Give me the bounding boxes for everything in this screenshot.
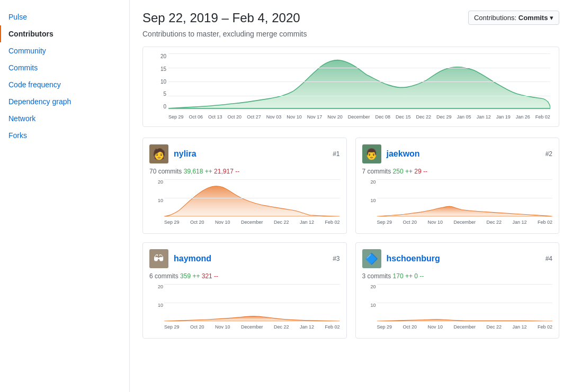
sidebar-item-community[interactable]: Community [0, 42, 129, 59]
chart-wrapper: 20 15 10 5 0 [151, 53, 550, 122]
sidebar-item-code-frequency[interactable]: Code frequency [0, 76, 129, 93]
contributor-stats: 7 commits 250 ++ 29 -- [362, 168, 553, 175]
contributor-rank: #2 [546, 150, 552, 158]
contributors-grid: 🧑 nylira #1 70 commits 39,618 ++ 21,917 … [142, 138, 559, 339]
contributor-rank: #1 [333, 150, 339, 158]
contributor-name[interactable]: haymond [174, 254, 211, 263]
stat-additions: 359 ++ [180, 272, 200, 280]
mini-chart-y: 20 10 [362, 284, 376, 321]
commit-count: 70 commits [149, 168, 182, 175]
overall-chart: 20 15 10 5 0 [142, 47, 559, 127]
sidebar-item-dependency-graph[interactable]: Dependency graph [0, 93, 129, 110]
stat-deletions: 0 -- [414, 272, 424, 280]
mini-chart-x: Sep 29Oct 20Nov 10DecemberDec 22Jan 12Fe… [164, 322, 340, 332]
commit-count: 3 commits [362, 272, 391, 280]
dropdown-value: Commits [519, 14, 548, 22]
stat-deletions: 321 -- [202, 272, 218, 280]
contributor-info: 🧑 nylira [149, 144, 196, 163]
commit-count: 7 commits [362, 168, 391, 175]
main-chart-area [168, 53, 550, 110]
mini-chart-3: 20 10 Sep 29O [149, 284, 340, 332]
sidebar-item-contributors[interactable]: Contributors [0, 25, 129, 42]
contributor-rank: #3 [333, 255, 339, 262]
mini-chart-y: 20 10 [149, 179, 163, 216]
main-content: Sep 22, 2019 – Feb 4, 2020 Contributions… [130, 0, 572, 392]
avatar: 🔷 [362, 249, 381, 268]
contributor-card-3: 🕶 haymond #3 6 commits 359 ++ 321 -- 20 … [142, 242, 347, 339]
sidebar-item-forks[interactable]: Forks [0, 127, 129, 144]
chart-x-labels: Sep 29 Oct 06 Oct 13 Oct 20 Oct 27 Nov 0… [168, 112, 550, 122]
stat-deletions: 21,917 -- [214, 168, 239, 175]
mini-chart-area [377, 179, 553, 216]
subtitle: Contributions to master, excluding merge… [142, 30, 559, 38]
contributor-card-2: 👨 jaekwon #2 7 commits 250 ++ 29 -- 20 1… [355, 138, 560, 234]
contributor-info: 🕶 haymond [149, 249, 211, 268]
contributor-card-1: 🧑 nylira #1 70 commits 39,618 ++ 21,917 … [142, 138, 347, 234]
contributor-info: 👨 jaekwon [362, 144, 420, 163]
date-range: Sep 22, 2019 – Feb 4, 2020 [142, 11, 300, 25]
mini-chart-x: Sep 29Oct 20Nov 10DecemberDec 22Jan 12Fe… [164, 217, 340, 227]
contributor-stats: 70 commits 39,618 ++ 21,917 -- [149, 168, 340, 175]
mini-chart-1: 20 10 Sep 29O [149, 179, 340, 227]
contributor-stats: 6 commits 359 ++ 321 -- [149, 272, 340, 280]
mini-chart-area [164, 179, 340, 216]
sidebar-item-network[interactable]: Network [0, 110, 129, 127]
contributor-name[interactable]: hschoenburg [387, 254, 440, 263]
contributor-header: 👨 jaekwon #2 [362, 144, 553, 163]
commit-count: 6 commits [149, 272, 178, 280]
contributor-rank: #4 [546, 255, 552, 262]
chart-y-labels: 20 15 10 5 0 [151, 53, 166, 110]
avatar: 🕶 [149, 249, 168, 268]
stat-additions: 39,618 ++ [184, 168, 212, 175]
sidebar-item-commits[interactable]: Commits [0, 59, 129, 76]
mini-chart-4: 20 10 Sep 29O [362, 284, 553, 332]
mini-chart-area [377, 284, 553, 321]
main-header: Sep 22, 2019 – Feb 4, 2020 Contributions… [142, 11, 559, 25]
stat-additions: 170 ++ [393, 272, 413, 280]
stat-deletions: 29 -- [414, 168, 427, 175]
contributor-name[interactable]: jaekwon [387, 149, 420, 159]
avatar: 🧑 [149, 144, 168, 163]
mini-chart-area [164, 284, 340, 321]
stat-additions: 250 ++ [393, 168, 413, 175]
sidebar: PulseContributorsCommunityCommitsCode fr… [0, 0, 130, 392]
mini-chart-x: Sep 29Oct 20Nov 10DecemberDec 22Jan 12Fe… [377, 322, 553, 332]
mini-chart-y: 20 10 [149, 284, 163, 321]
contributor-header: 🕶 haymond #3 [149, 249, 340, 268]
avatar: 👨 [362, 144, 381, 163]
contributor-stats: 3 commits 170 ++ 0 -- [362, 272, 553, 280]
mini-chart-x: Sep 29Oct 20Nov 10DecemberDec 22Jan 12Fe… [377, 217, 553, 227]
contributor-name[interactable]: nylira [174, 149, 196, 159]
contributor-header: 🔷 hschoenburg #4 [362, 249, 553, 268]
contributor-info: 🔷 hschoenburg [362, 249, 440, 268]
sidebar-item-pulse[interactable]: Pulse [0, 8, 129, 25]
mini-chart-y: 20 10 [362, 179, 376, 216]
contributions-dropdown[interactable]: Contributions: Commits ▾ [468, 11, 559, 25]
dropdown-label: Contributions: [474, 14, 519, 22]
contributor-card-4: 🔷 hschoenburg #4 3 commits 170 ++ 0 -- 2… [355, 242, 560, 339]
mini-chart-2: 20 10 Sep 29O [362, 179, 553, 227]
contributor-header: 🧑 nylira #1 [149, 144, 340, 163]
